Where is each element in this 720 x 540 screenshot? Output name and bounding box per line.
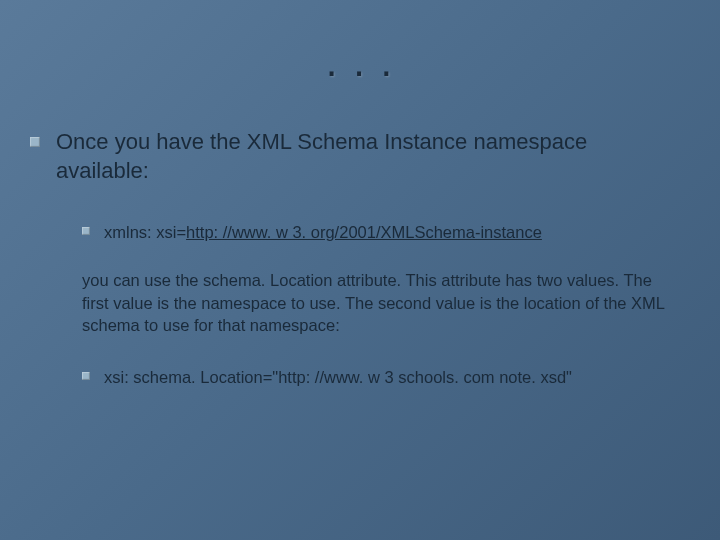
square-bullet-icon [82,227,90,235]
bullet-level2: xmlns: xsi=http: //www. w 3. org/2001/XM… [82,221,670,243]
namespace-prefix: xmlns: xsi= [104,223,186,241]
slide: . . . Once you have the XML Schema Insta… [0,0,720,540]
square-bullet-icon [30,137,40,147]
sub-bullet-text: xsi: schema. Location="http: //www. w 3 … [104,366,572,388]
bullet-level1: Once you have the XML Schema Instance na… [30,128,670,185]
sub-bullet-2: xsi: schema. Location="http: //www. w 3 … [30,366,670,388]
paragraph-text: you can use the schema. Location attribu… [30,269,670,336]
bullet-level2: xsi: schema. Location="http: //www. w 3 … [82,366,670,388]
slide-title: . . . [0,0,720,98]
bullet-text: Once you have the XML Schema Instance na… [56,128,670,185]
square-bullet-icon [82,372,90,380]
content-area: Once you have the XML Schema Instance na… [0,98,720,389]
namespace-link[interactable]: http: //www. w 3. org/2001/XMLSchema-ins… [186,223,542,241]
sub-bullet-1: xmlns: xsi=http: //www. w 3. org/2001/XM… [30,221,670,243]
sub-bullet-text: xmlns: xsi=http: //www. w 3. org/2001/XM… [104,221,542,243]
